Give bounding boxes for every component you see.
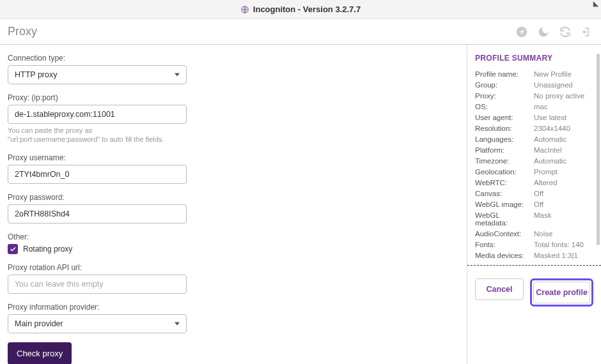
summary-key: Media devices: — [475, 252, 534, 259]
provider-label: Proxy information provider: — [8, 303, 187, 312]
summary-value: Off — [534, 190, 593, 197]
summary-value: Masked 1:3|1 — [534, 252, 593, 259]
summary-key: Fonts: — [475, 241, 534, 248]
proxy-input[interactable] — [15, 110, 180, 119]
summary-row: Platform:MacIntel — [475, 146, 593, 154]
proxy-password-label: Proxy password: — [8, 193, 187, 202]
rotation-url-label: Proxy rotation API url: — [8, 263, 187, 272]
summary-key: WebGL metadata: — [475, 211, 534, 227]
summary-row: Canvas:Off — [475, 190, 593, 197]
connection-type-label: Connection type: — [8, 54, 187, 63]
proxy-input-wrap — [8, 105, 187, 124]
summary-row: WebGL image:Off — [475, 201, 593, 208]
summary-key: Canvas: — [475, 190, 534, 197]
summary-value: No proxy active — [534, 92, 593, 100]
summary-row: WebRTC:Altered — [475, 179, 593, 186]
header-actions — [515, 26, 593, 38]
summary-value: Prompt — [534, 168, 593, 176]
form-panel: Connection type: HTTP proxy Proxy: (ip:p… — [0, 45, 467, 364]
check-proxy-button[interactable]: Check proxy — [8, 342, 72, 364]
proxy-label: Proxy: (ip:port) — [8, 93, 187, 102]
summary-value: New Profile — [534, 70, 593, 78]
summary-value: Altered — [534, 179, 593, 186]
logout-icon[interactable] — [581, 26, 593, 38]
proxy-password-wrap — [8, 204, 187, 224]
rotating-proxy-label: Rotating proxy — [23, 245, 72, 254]
summary-row: Profile name:New Profile — [475, 70, 593, 78]
connection-type-value: HTTP proxy — [15, 70, 57, 79]
rotation-url-wrap — [8, 275, 187, 294]
summary-key: Geolocation: — [475, 168, 534, 176]
rotating-proxy-checkbox[interactable] — [8, 244, 18, 254]
summary-value: 2304x1440 — [534, 125, 593, 132]
summary-key: WebRTC: — [475, 179, 534, 186]
app-icon — [240, 5, 249, 14]
window-corner-indicator: ◣ — [593, 0, 598, 7]
refresh-icon[interactable] — [559, 26, 572, 38]
summary-divider — [467, 265, 601, 266]
summary-row: Timezone:Automatic — [475, 157, 593, 165]
summary-key: User agent: — [475, 114, 534, 121]
summary-key: Languages: — [475, 135, 534, 143]
summary-row: Geolocation:Prompt — [475, 168, 593, 176]
provider-select[interactable]: Main provider — [8, 314, 187, 333]
summary-value: Mask — [534, 211, 593, 227]
summary-key: Profile name: — [475, 70, 534, 78]
proxy-username-wrap — [8, 165, 187, 184]
summary-value: Total fonts: 140 — [534, 241, 593, 248]
page-title: Proxy — [8, 25, 37, 38]
summary-row: User agent:Use latest — [475, 114, 593, 121]
summary-value: Automatic — [534, 157, 593, 165]
proxy-username-label: Proxy username: — [8, 153, 187, 162]
create-profile-highlight: Create profile — [530, 278, 593, 307]
proxy-password-input[interactable] — [15, 209, 180, 218]
chevron-down-icon — [175, 73, 180, 77]
page-header: Proxy — [0, 19, 601, 45]
summary-panel: PROFILE SUMMARY Profile name:New Profile… — [467, 45, 601, 364]
summary-row: Proxy:No proxy active — [475, 92, 593, 100]
proxy-helper-text: You can paste the proxy as "url:port:use… — [8, 126, 180, 144]
summary-title: PROFILE SUMMARY — [475, 54, 593, 63]
summary-key: Platform: — [475, 146, 534, 154]
summary-list: Profile name:New ProfileGroup:Unassigned… — [475, 70, 593, 262]
moon-icon[interactable] — [537, 26, 550, 38]
proxy-username-input[interactable] — [15, 170, 180, 179]
create-profile-button[interactable]: Create profile — [533, 282, 590, 303]
other-label: Other: — [8, 232, 187, 241]
summary-key: AudioContext: — [475, 230, 534, 238]
summary-row: Media devices:Masked 1:3|1 — [475, 252, 593, 259]
summary-key: Group: — [475, 81, 534, 89]
connection-type-select[interactable]: HTTP proxy — [8, 65, 187, 84]
provider-value: Main provider — [15, 319, 63, 328]
send-icon[interactable] — [515, 26, 528, 38]
summary-value: Use latest — [534, 114, 593, 121]
summary-row: Fonts:Total fonts: 140 — [475, 241, 593, 248]
summary-value: Noise — [534, 230, 593, 238]
summary-row: OS:mac — [475, 103, 593, 110]
summary-value: Off — [534, 201, 593, 208]
summary-value: MacIntel — [534, 146, 593, 154]
summary-row: AudioContext:Noise — [475, 230, 593, 238]
summary-key: WebGL image: — [475, 201, 534, 208]
summary-value: Unassigned — [534, 81, 593, 89]
window-title: Incogniton - Version 3.2.7.7 — [253, 4, 361, 14]
summary-row: Resolution:2304x1440 — [475, 125, 593, 132]
summary-key: Resolution: — [475, 125, 534, 132]
scrollbar[interactable] — [597, 54, 600, 245]
summary-row: Languages:Automatic — [475, 135, 593, 143]
summary-row: Group:Unassigned — [475, 81, 593, 89]
summary-key: Timezone: — [475, 157, 534, 165]
summary-value: mac — [534, 103, 593, 110]
summary-row: WebGL metadata:Mask — [475, 211, 593, 227]
window-titlebar: Incogniton - Version 3.2.7.7 ◣ — [0, 0, 601, 19]
cancel-button[interactable]: Cancel — [475, 278, 524, 300]
summary-value: Automatic — [534, 135, 593, 143]
chevron-down-icon — [175, 322, 180, 325]
summary-key: Proxy: — [475, 92, 534, 100]
summary-key: OS: — [475, 103, 534, 110]
rotation-url-input[interactable] — [15, 280, 180, 289]
